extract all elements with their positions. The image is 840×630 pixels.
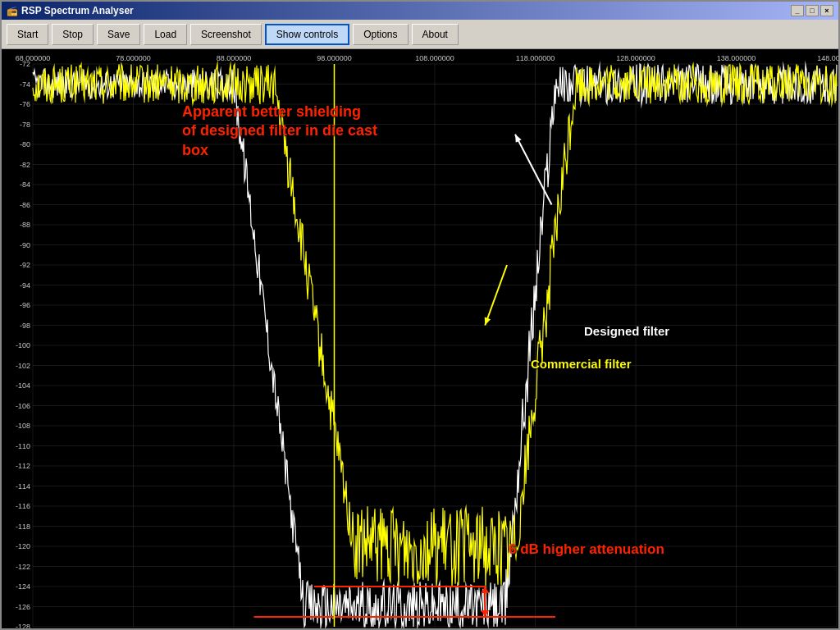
- window-title: RSP Spectrum Analyser: [21, 5, 134, 16]
- window-controls[interactable]: _ □ ×: [791, 5, 833, 16]
- spectrum-canvas: [2, 49, 838, 628]
- minimize-button[interactable]: _: [791, 5, 804, 16]
- about-button[interactable]: About: [412, 24, 459, 45]
- start-button[interactable]: Start: [7, 24, 48, 45]
- save-button[interactable]: Save: [97, 24, 140, 45]
- load-button[interactable]: Load: [144, 24, 187, 45]
- maximize-button[interactable]: □: [806, 5, 819, 16]
- options-button[interactable]: Options: [353, 24, 408, 45]
- toolbar: Start Stop Save Load Screenshot Show con…: [2, 20, 838, 49]
- screenshot-button[interactable]: Screenshot: [190, 24, 262, 45]
- close-button[interactable]: ×: [820, 5, 833, 16]
- show-controls-button[interactable]: Show controls: [265, 24, 349, 45]
- app-icon: 📻: [7, 6, 18, 16]
- main-window: 📻 RSP Spectrum Analyser _ □ × Start Stop…: [0, 0, 840, 630]
- title-bar: 📻 RSP Spectrum Analyser _ □ ×: [2, 2, 838, 20]
- stop-button[interactable]: Stop: [52, 24, 94, 45]
- chart-area: Apparent better shieldingof designed fil…: [2, 49, 838, 628]
